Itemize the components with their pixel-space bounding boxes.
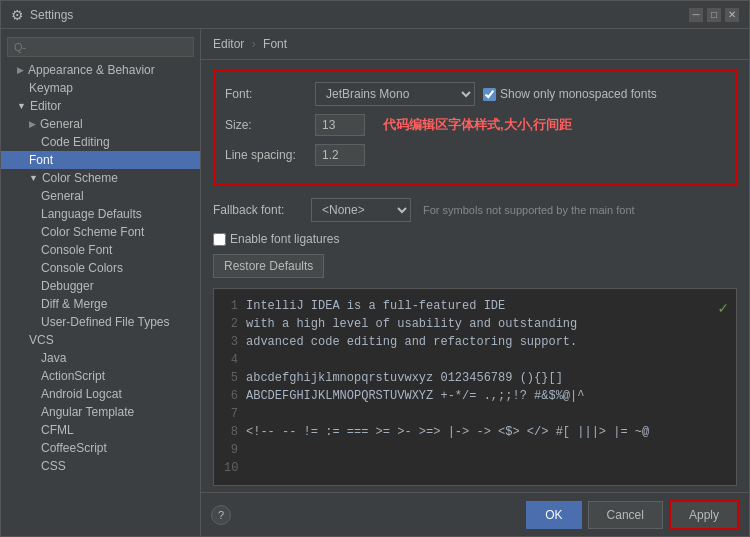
sidebar-item-java[interactable]: Java — [1, 349, 200, 367]
sidebar-item-label: Console Colors — [41, 261, 123, 275]
sidebar-item-label: Diff & Merge — [41, 297, 107, 311]
size-label: Size: — [225, 118, 315, 132]
sidebar-item-general[interactable]: ▶ General — [1, 115, 200, 133]
size-control: 代码编辑区字体样式,大小,行间距 — [315, 114, 725, 136]
sidebar-item-css[interactable]: CSS — [1, 457, 200, 475]
monospaced-checkbox-label[interactable]: Show only monospaced fonts — [483, 87, 657, 101]
line-number: 9 — [224, 441, 238, 459]
search-box — [1, 33, 200, 61]
settings-window: ⚙ Settings ─ □ ✕ ▶ Appearance & Behavior… — [0, 0, 750, 537]
breadcrumb-part-1: Editor — [213, 37, 244, 51]
line-number: 10 — [224, 459, 238, 477]
fallback-hint: For symbols not supported by the main fo… — [423, 204, 635, 216]
settings-icon: ⚙ — [11, 7, 24, 23]
fallback-label: Fallback font: — [213, 203, 303, 217]
sidebar-item-label: General — [40, 117, 83, 131]
sidebar-item-label: Appearance & Behavior — [28, 63, 155, 77]
search-input[interactable] — [7, 37, 194, 57]
sidebar-item-cs-general[interactable]: General — [1, 187, 200, 205]
sidebar-item-vcs[interactable]: VCS — [1, 331, 200, 349]
sidebar-item-coffeescript[interactable]: CoffeeScript — [1, 439, 200, 457]
sidebar-item-debugger[interactable]: Debugger — [1, 277, 200, 295]
sidebar-item-console-font[interactable]: Console Font — [1, 241, 200, 259]
title-bar: ⚙ Settings ─ □ ✕ — [1, 1, 749, 29]
arrow-icon: ▼ — [29, 173, 38, 183]
sidebar-item-label: Code Editing — [41, 135, 110, 149]
sidebar-item-font[interactable]: Font — [1, 151, 200, 169]
ligatures-row: Enable font ligatures — [213, 232, 737, 246]
line-number: 8 — [224, 423, 238, 441]
help-button[interactable]: ? — [211, 505, 231, 525]
sidebar-item-keymap[interactable]: Keymap — [1, 79, 200, 97]
monospaced-label-text: Show only monospaced fonts — [500, 87, 657, 101]
fallback-row: Fallback font: <None> For symbols not su… — [213, 198, 737, 222]
ligatures-checkbox[interactable] — [213, 233, 226, 246]
font-control: JetBrains Mono Show only monospaced font… — [315, 82, 725, 106]
line-number: 4 — [224, 351, 238, 369]
sidebar-item-angular[interactable]: Angular Template — [1, 403, 200, 421]
preview-line-6: 6 ABCDEFGHIJKLMNOPQRSTUVWXYZ +-*/= .,;;!… — [224, 387, 726, 405]
sidebar-item-appearance-behavior[interactable]: ▶ Appearance & Behavior — [1, 61, 200, 79]
maximize-button[interactable]: □ — [707, 8, 721, 22]
sidebar-item-label: Font — [29, 153, 53, 167]
line-number: 3 — [224, 333, 238, 351]
sidebar-item-actionscript[interactable]: ActionScript — [1, 367, 200, 385]
sidebar-item-code-editing[interactable]: Code Editing — [1, 133, 200, 151]
sidebar-item-editor[interactable]: ▼ Editor — [1, 97, 200, 115]
sidebar-item-user-defined[interactable]: User-Defined File Types — [1, 313, 200, 331]
size-input[interactable] — [315, 114, 365, 136]
main-panel: Editor › Font Font: JetBrains Mono — [201, 29, 749, 536]
settings-panel: Font: JetBrains Mono Show only monospace… — [201, 60, 749, 492]
sidebar-item-color-scheme-font[interactable]: Color Scheme Font — [1, 223, 200, 241]
font-settings-box: Font: JetBrains Mono Show only monospace… — [213, 70, 737, 186]
sidebar-item-label: ActionScript — [41, 369, 105, 383]
breadcrumb-part-2: Font — [263, 37, 287, 51]
arrow-icon: ▶ — [29, 119, 36, 129]
close-button[interactable]: ✕ — [725, 8, 739, 22]
sidebar-item-diff-merge[interactable]: Diff & Merge — [1, 295, 200, 313]
content-area: ▶ Appearance & Behavior Keymap ▼ Editor … — [1, 29, 749, 536]
font-select[interactable]: JetBrains Mono — [315, 82, 475, 106]
monospaced-checkbox[interactable] — [483, 88, 496, 101]
sidebar-item-label: CFML — [41, 423, 74, 437]
arrow-icon: ▼ — [17, 101, 26, 111]
line-content: advanced code editing and refactoring su… — [246, 333, 577, 351]
preview-line-10: 10 — [224, 459, 726, 477]
line-content: ABCDEFGHIJKLMNOPQRSTUVWXYZ +-*/= .,;;!? … — [246, 387, 584, 405]
minimize-button[interactable]: ─ — [689, 8, 703, 22]
line-content: IntelliJ IDEA is a full-featured IDE — [246, 297, 505, 315]
ok-button[interactable]: OK — [526, 501, 581, 529]
line-content: <!-- -- != := === >= >- >=> |-> -> <$> <… — [246, 423, 649, 441]
window-controls: ─ □ ✕ — [689, 8, 739, 22]
ligatures-checkbox-label[interactable]: Enable font ligatures — [213, 232, 339, 246]
sidebar-item-label: Angular Template — [41, 405, 134, 419]
font-row: Font: JetBrains Mono Show only monospace… — [225, 82, 725, 106]
preview-line-9: 9 — [224, 441, 726, 459]
arrow-icon: ▶ — [17, 65, 24, 75]
sidebar-item-language-defaults[interactable]: Language Defaults — [1, 205, 200, 223]
sidebar-item-cfml[interactable]: CFML — [1, 421, 200, 439]
line-number: 1 — [224, 297, 238, 315]
annotation-text: 代码编辑区字体样式,大小,行间距 — [383, 116, 572, 134]
apply-button[interactable]: Apply — [669, 500, 739, 530]
cancel-button[interactable]: Cancel — [588, 501, 663, 529]
sidebar-item-label: Keymap — [29, 81, 73, 95]
fallback-select[interactable]: <None> — [311, 198, 411, 222]
sidebar-item-android-logcat[interactable]: Android Logcat — [1, 385, 200, 403]
sidebar-item-label: Java — [41, 351, 66, 365]
line-spacing-input[interactable] — [315, 144, 365, 166]
sidebar-item-color-scheme[interactable]: ▼ Color Scheme — [1, 169, 200, 187]
bottom-bar: ? OK Cancel Apply — [201, 492, 749, 536]
checkmark-icon: ✓ — [718, 297, 728, 321]
line-spacing-label: Line spacing: — [225, 148, 315, 162]
sidebar-item-label: Editor — [30, 99, 61, 113]
sidebar-item-console-colors[interactable]: Console Colors — [1, 259, 200, 277]
sidebar-item-label: User-Defined File Types — [41, 315, 170, 329]
breadcrumb: Editor › Font — [201, 29, 749, 60]
breadcrumb-separator: › — [252, 37, 256, 51]
sidebar: ▶ Appearance & Behavior Keymap ▼ Editor … — [1, 29, 201, 536]
restore-defaults-button[interactable]: Restore Defaults — [213, 254, 324, 278]
preview-line-5: 5 abcdefghijklmnopqrstuvwxyz 0123456789 … — [224, 369, 726, 387]
sidebar-item-label: CSS — [41, 459, 66, 473]
size-row: Size: 代码编辑区字体样式,大小,行间距 — [225, 114, 725, 136]
